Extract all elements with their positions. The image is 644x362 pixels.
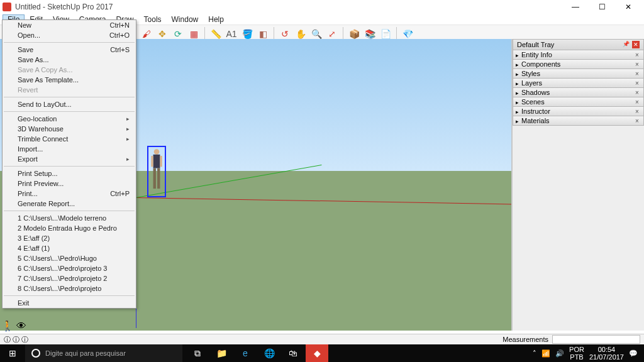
- wifi-icon[interactable]: 📶: [541, 349, 550, 358]
- scale-figure-selected[interactable]: [147, 146, 166, 197]
- menu-item-save-copy: Save A Copy As...: [3, 65, 136, 75]
- chevron-right-icon: ▸: [516, 118, 519, 124]
- svg-rect-2: [153, 168, 156, 189]
- status-icons[interactable]: ⓘ ⓘ ⓘ: [4, 335, 28, 344]
- svg-rect-3: [157, 168, 160, 189]
- menu-window[interactable]: Window: [167, 14, 204, 25]
- chevron-right-icon: ▸: [516, 109, 519, 115]
- submenu-arrow-icon: ▸: [126, 156, 130, 162]
- submenu-arrow-icon: ▸: [126, 136, 130, 142]
- svg-rect-5: [160, 156, 162, 167]
- window-title: Untitled - SketchUp Pro 2017: [15, 3, 562, 11]
- store-icon[interactable]: 🛍: [282, 344, 304, 362]
- pin-icon[interactable]: 📌: [623, 41, 630, 48]
- maximize-button[interactable]: ☐: [589, 0, 615, 14]
- measurements-label: Measurements: [502, 336, 548, 343]
- person-icon: [150, 148, 164, 195]
- menu-separator: [4, 166, 135, 167]
- panel-close-icon[interactable]: ×: [633, 89, 641, 96]
- menu-item-recent-8[interactable]: 8 C:\Users\...\Pedro\projeto: [3, 283, 136, 293]
- chevron-right-icon: ▸: [516, 71, 519, 77]
- explorer-icon[interactable]: 📁: [210, 344, 233, 362]
- submenu-arrow-icon: ▸: [126, 116, 130, 122]
- menu-item-import[interactable]: Import...: [3, 144, 136, 154]
- measurements-input[interactable]: [552, 335, 640, 344]
- menu-item-save-template[interactable]: Save As Template...: [3, 75, 136, 85]
- windows-taskbar: ⊞ Digite aqui para pesquisar ⧉ 📁 e 🌐 🛍 ◆…: [0, 344, 644, 362]
- panel-close-icon[interactable]: ×: [633, 52, 641, 58]
- tray-up-icon[interactable]: ˄: [533, 349, 536, 358]
- menu-separator: [4, 97, 135, 97]
- menu-item-print-setup[interactable]: Print Setup...: [3, 168, 136, 178]
- panel-layers[interactable]: ▸Layers×: [513, 79, 644, 88]
- panel-instructor[interactable]: ▸Instructor×: [513, 107, 644, 116]
- panel-close-icon[interactable]: ×: [633, 70, 641, 77]
- menu-item-print[interactable]: Print...Ctrl+P: [3, 189, 136, 199]
- menu-item-exit[interactable]: Exit: [3, 298, 136, 308]
- statusbar: ⓘ ⓘ ⓘ Measurements: [0, 334, 644, 344]
- viewport-hints: 🚶 👁: [1, 320, 26, 332]
- search-placeholder: Digite aqui para pesquisar: [45, 349, 126, 357]
- menu-item-export[interactable]: Export▸: [3, 154, 136, 164]
- app-icon: [3, 3, 11, 11]
- tray-close-icon[interactable]: ✕: [632, 41, 640, 48]
- panel-scenes[interactable]: ▸Scenes×: [513, 97, 644, 107]
- chevron-right-icon: ▸: [516, 62, 519, 68]
- start-button[interactable]: ⊞: [0, 348, 25, 358]
- chevron-right-icon: ▸: [516, 90, 519, 96]
- menu-separator: [4, 42, 135, 43]
- menu-item-revert: Revert: [3, 85, 136, 95]
- file-dropdown-menu: NewCtrl+N Open...Ctrl+O SaveCtrl+S Save …: [2, 19, 136, 309]
- menu-item-recent-7[interactable]: 7 C:\Users\...\Pedro\projeto 2: [3, 273, 136, 283]
- notification-icon[interactable]: 💬: [629, 349, 638, 358]
- tray-title[interactable]: Default Tray 📌 ✕: [513, 39, 644, 50]
- menu-item-recent-1[interactable]: 1 C:\Users\...\Modelo terreno: [3, 213, 136, 223]
- chrome-icon[interactable]: 🌐: [258, 344, 280, 362]
- menu-item-open[interactable]: Open...Ctrl+O: [3, 30, 136, 40]
- panel-close-icon[interactable]: ×: [633, 99, 641, 106]
- panel-materials[interactable]: ▸Materials×: [513, 116, 644, 126]
- menu-item-new[interactable]: NewCtrl+N: [3, 20, 136, 30]
- panel-close-icon[interactable]: ×: [633, 80, 641, 87]
- close-button[interactable]: ✕: [615, 0, 641, 14]
- taskbar-clock[interactable]: 00:54 21/07/2017: [589, 346, 624, 361]
- menu-separator: [4, 111, 135, 112]
- person-hint-icon: 🚶: [1, 320, 14, 332]
- menu-item-trimble[interactable]: Trimble Connect▸: [3, 134, 136, 144]
- taskbar-search[interactable]: Digite aqui para pesquisar: [25, 344, 182, 362]
- cortana-icon: [31, 349, 40, 358]
- submenu-arrow-icon: ▸: [126, 126, 130, 132]
- menu-item-save[interactable]: SaveCtrl+S: [3, 45, 136, 55]
- menu-help[interactable]: Help: [203, 14, 229, 25]
- sketchup-taskbar-icon[interactable]: ◆: [306, 344, 328, 362]
- panel-shadows[interactable]: ▸Shadows×: [513, 88, 644, 97]
- menu-item-print-preview[interactable]: Print Preview...: [3, 178, 136, 189]
- system-tray: ˄ 📶 🔊 POR PTB 00:54 21/07/2017 💬: [533, 346, 644, 361]
- menu-item-recent-6[interactable]: 6 C:\Users\...\Pedro\projeto 3: [3, 263, 136, 273]
- panel-components[interactable]: ▸Components×: [513, 60, 644, 69]
- panel-close-icon[interactable]: ×: [633, 108, 641, 115]
- edge-icon[interactable]: e: [234, 344, 257, 362]
- minimize-button[interactable]: —: [562, 0, 589, 14]
- menu-item-recent-2[interactable]: 2 Modelo Entrada Hugo e Pedro: [3, 223, 136, 233]
- menu-separator: [4, 211, 135, 211]
- menu-item-geo[interactable]: Geo-location▸: [3, 114, 136, 124]
- panel-entity-info[interactable]: ▸Entity Info×: [513, 50, 644, 60]
- panel-styles[interactable]: ▸Styles×: [513, 69, 644, 79]
- menu-item-3d-warehouse[interactable]: 3D Warehouse▸: [3, 124, 136, 134]
- task-view-icon[interactable]: ⧉: [186, 344, 209, 362]
- menu-item-recent-5[interactable]: 5 C:\Users\...\Pedro\Hugo: [3, 253, 136, 263]
- eye-hint-icon: 👁: [16, 321, 26, 332]
- menu-item-report[interactable]: Generate Report...: [3, 199, 136, 209]
- menu-item-save-as[interactable]: Save As...: [3, 55, 136, 65]
- menu-item-recent-4[interactable]: 4 E:\aff (1): [3, 243, 136, 253]
- menu-item-recent-3[interactable]: 3 E:\aff (2): [3, 233, 136, 243]
- menu-item-send-layout[interactable]: Send to LayOut...: [3, 99, 136, 109]
- panel-close-icon[interactable]: ×: [633, 118, 641, 124]
- menu-tools[interactable]: Tools: [139, 14, 167, 25]
- taskbar-apps: ⧉ 📁 e 🌐 🛍 ◆: [186, 344, 328, 362]
- chevron-right-icon: ▸: [516, 99, 519, 106]
- panel-close-icon[interactable]: ×: [633, 61, 641, 68]
- sound-icon[interactable]: 🔊: [555, 349, 564, 358]
- taskbar-lang[interactable]: POR PTB: [569, 346, 584, 361]
